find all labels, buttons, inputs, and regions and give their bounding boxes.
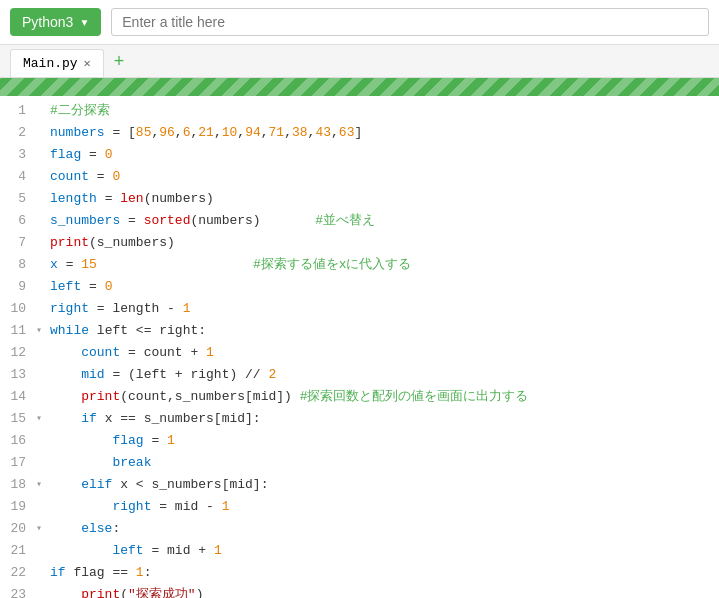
table-row: 1#二分探索 xyxy=(0,100,719,122)
code-content: flag = 0 xyxy=(50,144,719,166)
table-row: 17 break xyxy=(0,452,719,474)
line-number: 1 xyxy=(0,100,36,122)
python-selector[interactable]: Python3 ▼ xyxy=(10,8,101,36)
table-row: 12 count = count + 1 xyxy=(0,342,719,364)
code-content: x = 15 #探索する値をxに代入する xyxy=(50,254,719,276)
tabs-bar: Main.py ✕ + xyxy=(0,45,719,78)
collapse-arrow-icon[interactable]: ▾ xyxy=(36,408,50,430)
code-content: flag = 1 xyxy=(50,430,719,452)
code-content: s_numbers = sorted(numbers) #並べ替え xyxy=(50,210,719,232)
code-content: else: xyxy=(50,518,719,540)
table-row: 23 print("探索成功") xyxy=(0,584,719,598)
code-content: count = count + 1 xyxy=(50,342,719,364)
table-row: 6s_numbers = sorted(numbers) #並べ替え xyxy=(0,210,719,232)
code-content: print(count,s_numbers[mid]) #探索回数と配列の値を画… xyxy=(50,386,719,408)
code-content: numbers = [85,96,6,21,10,94,71,38,43,63] xyxy=(50,122,719,144)
line-number: 4 xyxy=(0,166,36,188)
table-row: 16 flag = 1 xyxy=(0,430,719,452)
table-row: 8x = 15 #探索する値をxに代入する xyxy=(0,254,719,276)
table-row: 15▾ if x == s_numbers[mid]: xyxy=(0,408,719,430)
table-row: 20▾ else: xyxy=(0,518,719,540)
line-number: 6 xyxy=(0,210,36,232)
code-content: elif x < s_numbers[mid]: xyxy=(50,474,719,496)
collapse-arrow-icon[interactable]: ▾ xyxy=(36,474,50,496)
table-row: 22if flag == 1: xyxy=(0,562,719,584)
table-row: 14 print(count,s_numbers[mid]) #探索回数と配列の… xyxy=(0,386,719,408)
line-number: 10 xyxy=(0,298,36,320)
line-number: 20 xyxy=(0,518,36,540)
collapse-arrow-icon[interactable]: ▾ xyxy=(36,320,50,342)
header: Python3 ▼ xyxy=(0,0,719,45)
code-content: print("探索成功") xyxy=(50,584,719,598)
code-content: break xyxy=(50,452,719,474)
line-number: 22 xyxy=(0,562,36,584)
line-number: 21 xyxy=(0,540,36,562)
code-content: if flag == 1: xyxy=(50,562,719,584)
code-content: count = 0 xyxy=(50,166,719,188)
line-number: 9 xyxy=(0,276,36,298)
code-content: while left <= right: xyxy=(50,320,719,342)
close-tab-icon[interactable]: ✕ xyxy=(84,56,91,71)
code-content: mid = (left + right) // 2 xyxy=(50,364,719,386)
table-row: 10right = length - 1 xyxy=(0,298,719,320)
code-content: right = mid - 1 xyxy=(50,496,719,518)
line-number: 13 xyxy=(0,364,36,386)
line-number: 19 xyxy=(0,496,36,518)
code-content: length = len(numbers) xyxy=(50,188,719,210)
line-number: 14 xyxy=(0,386,36,408)
code-content: if x == s_numbers[mid]: xyxy=(50,408,719,430)
line-number: 17 xyxy=(0,452,36,474)
dropdown-arrow-icon: ▼ xyxy=(79,17,89,28)
code-content: right = length - 1 xyxy=(50,298,719,320)
table-row: 13 mid = (left + right) // 2 xyxy=(0,364,719,386)
decorative-banner xyxy=(0,78,719,96)
line-number: 3 xyxy=(0,144,36,166)
table-row: 18▾ elif x < s_numbers[mid]: xyxy=(0,474,719,496)
line-number: 11 xyxy=(0,320,36,342)
table-row: 11▾while left <= right: xyxy=(0,320,719,342)
line-number: 7 xyxy=(0,232,36,254)
table-row: 19 right = mid - 1 xyxy=(0,496,719,518)
table-row: 7print(s_numbers) xyxy=(0,232,719,254)
line-number: 18 xyxy=(0,474,36,496)
code-content: left = mid + 1 xyxy=(50,540,719,562)
code-content: print(s_numbers) xyxy=(50,232,719,254)
table-row: 9left = 0 xyxy=(0,276,719,298)
code-content: left = 0 xyxy=(50,276,719,298)
title-input[interactable] xyxy=(111,8,709,36)
table-row: 3flag = 0 xyxy=(0,144,719,166)
tab-main-py[interactable]: Main.py ✕ xyxy=(10,49,104,77)
line-number: 15 xyxy=(0,408,36,430)
line-number: 5 xyxy=(0,188,36,210)
code-content: #二分探索 xyxy=(50,100,719,122)
table-row: 4count = 0 xyxy=(0,166,719,188)
add-tab-button[interactable]: + xyxy=(108,52,131,70)
line-number: 16 xyxy=(0,430,36,452)
line-number: 8 xyxy=(0,254,36,276)
python-label: Python3 xyxy=(22,14,73,30)
line-number: 12 xyxy=(0,342,36,364)
tab-label: Main.py xyxy=(23,56,78,71)
collapse-arrow-icon[interactable]: ▾ xyxy=(36,518,50,540)
line-number: 2 xyxy=(0,122,36,144)
code-editor[interactable]: 1#二分探索2numbers = [85,96,6,21,10,94,71,38… xyxy=(0,96,719,598)
table-row: 5length = len(numbers) xyxy=(0,188,719,210)
table-row: 21 left = mid + 1 xyxy=(0,540,719,562)
table-row: 2numbers = [85,96,6,21,10,94,71,38,43,63… xyxy=(0,122,719,144)
line-number: 23 xyxy=(0,584,36,598)
